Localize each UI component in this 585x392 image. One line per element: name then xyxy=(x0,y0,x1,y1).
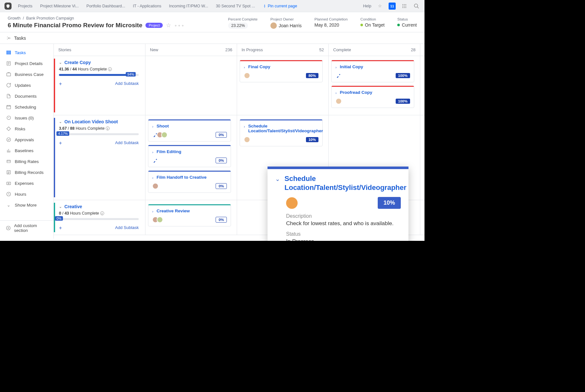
add-subtask-link[interactable]: Add Subtask xyxy=(115,140,139,146)
sidebar-item-baselines[interactable]: Baselines xyxy=(0,145,54,156)
svg-point-1 xyxy=(404,4,405,5)
column-cell: ›Shoot0%›Film Editing0%›Film Handoff to … xyxy=(145,115,237,200)
tool-icon xyxy=(335,72,342,79)
chevron-right-icon: › xyxy=(152,150,153,154)
collapse-icon[interactable] xyxy=(6,36,12,40)
pin-page-label: Pin current page xyxy=(268,4,297,8)
task-card[interactable]: ›Shoot0% xyxy=(148,119,231,142)
chevron-down-icon[interactable]: ⌄ xyxy=(59,205,62,209)
app-logo[interactable] xyxy=(4,3,12,10)
tool-icon xyxy=(152,157,159,164)
assignee-avatar[interactable] xyxy=(286,197,298,209)
sidebar-item-tasks[interactable]: Tasks xyxy=(0,47,54,58)
assignee-avatar xyxy=(244,136,250,143)
column-count: 236 xyxy=(225,47,232,52)
sidebar-item-billing-records[interactable]: Billing Records xyxy=(0,167,54,178)
sidebar-item-label: Project Details xyxy=(15,61,43,66)
owner-avatar xyxy=(270,22,277,29)
nav-tab[interactable]: Project Milestone Vi... xyxy=(40,4,79,8)
section-header: Tasks xyxy=(0,32,424,44)
sidebar-item-expenses[interactable]: Expenses xyxy=(0,178,54,189)
svg-point-20 xyxy=(8,183,9,184)
pin-page-button[interactable]: Pin current page xyxy=(263,4,297,8)
chevron-right-icon: › xyxy=(244,65,245,69)
add-subtask-link[interactable]: Add Subtask xyxy=(115,225,139,231)
task-card[interactable]: ›Film Editing0% xyxy=(148,145,231,167)
info-icon[interactable]: i xyxy=(108,67,112,71)
svg-rect-15 xyxy=(7,105,11,109)
chevron-down-icon[interactable]: ⌄ xyxy=(59,120,62,124)
card-title: Initial Copy xyxy=(340,64,363,69)
svg-point-5 xyxy=(405,5,406,6)
help-link[interactable]: Help xyxy=(363,4,371,8)
nav-tab[interactable]: Incoming IT/PMO W... xyxy=(169,4,208,8)
sidebar-add-custom[interactable]: Add custom section xyxy=(0,221,54,235)
sidebar-show-more[interactable]: ⌄ Show More xyxy=(0,200,54,210)
svg-point-0 xyxy=(402,4,403,5)
sidebar-item-issues-0-[interactable]: Issues (0) xyxy=(0,112,54,123)
breadcrumb-project[interactable]: Bank Promotion Campaign xyxy=(26,16,74,20)
card-percent: 10% xyxy=(306,137,318,142)
nav-tab[interactable]: IT - Applications xyxy=(133,4,161,8)
notifications-badge[interactable]: 11 xyxy=(389,3,396,10)
card-percent: 100% xyxy=(396,99,410,104)
add-subtask-plus[interactable]: + xyxy=(59,81,62,87)
sidebar-item-hours[interactable]: Hours xyxy=(0,189,54,200)
info-icon[interactable]: i xyxy=(106,127,110,130)
sidebar-item-billing-rates[interactable]: Billing Rates xyxy=(0,156,54,167)
breadcrumb-root[interactable]: Growth xyxy=(8,16,21,20)
chevron-down-icon[interactable]: ⌄ xyxy=(275,176,280,183)
task-card[interactable]: ›Final Copy80% xyxy=(240,60,323,82)
add-subtask-plus[interactable]: + xyxy=(59,140,62,146)
column-count: 52 xyxy=(319,47,324,52)
column-label: New xyxy=(150,47,158,52)
stat-value: Current xyxy=(402,22,417,28)
story-title[interactable]: Create Copy xyxy=(64,60,91,65)
favorite-star-icon[interactable]: ☆ xyxy=(376,3,383,10)
story-title[interactable]: Creative xyxy=(64,204,82,209)
card-percent: 0% xyxy=(216,132,227,138)
chevron-down-icon[interactable]: ⌄ xyxy=(59,61,62,65)
sidebar: TasksProject DetailsBusiness CaseUpdates… xyxy=(0,44,54,239)
breadcrumb: Growth / Bank Promotion Campaign xyxy=(8,16,185,20)
column-label: Stories xyxy=(58,47,71,52)
sidebar-item-updates[interactable]: Updates xyxy=(0,80,54,91)
stat-label: Planned Completion xyxy=(315,17,348,21)
sidebar-item-documents[interactable]: Documents xyxy=(0,91,54,102)
sidebar-item-icon xyxy=(6,137,12,143)
add-subtask-link[interactable]: Add Subtask xyxy=(115,81,139,87)
chevron-right-icon: › xyxy=(152,125,153,128)
sidebar-item-risks[interactable]: Risks xyxy=(0,123,54,134)
info-icon[interactable]: i xyxy=(100,211,104,215)
popup-description-label: Description xyxy=(286,213,401,219)
sidebar-item-scheduling[interactable]: Scheduling xyxy=(0,102,54,112)
nav-tab[interactable]: Projects xyxy=(18,4,32,8)
story-title[interactable]: On Location Video Shoot xyxy=(64,119,118,124)
task-card[interactable]: ›Initial Copy100% xyxy=(331,60,414,82)
apps-icon[interactable] xyxy=(401,3,408,10)
task-card[interactable]: ›Film Handoff to Creative0% xyxy=(148,170,231,193)
sidebar-item-project-details[interactable]: Project Details xyxy=(0,58,54,69)
sidebar-item-label: Documents xyxy=(15,94,37,99)
task-card[interactable]: ›Creative Review0% xyxy=(148,204,231,226)
sidebar-item-icon xyxy=(6,61,12,66)
nav-tab[interactable]: 30 Second TV Spot ... xyxy=(216,4,255,8)
sidebar-item-icon xyxy=(6,191,12,197)
sidebar-item-label: Updates xyxy=(15,83,31,88)
column-count: 28 xyxy=(411,47,416,52)
task-card[interactable]: ›Schedule Location/Talent/Stylist/Videog… xyxy=(240,119,323,146)
nav-tab[interactable]: Portfolio Dashboard... xyxy=(87,4,125,8)
card-title: Final Copy xyxy=(248,64,270,69)
search-icon[interactable] xyxy=(413,3,420,10)
favorite-icon[interactable]: ☆ xyxy=(166,22,171,29)
sidebar-item-approvals[interactable]: Approvals xyxy=(0,134,54,145)
more-menu-icon[interactable]: ∘∘∘ xyxy=(174,23,185,28)
task-card[interactable]: ›Proofread Copy100% xyxy=(331,86,414,108)
story-progress: 4.17% xyxy=(59,133,139,135)
stat-value: 23.22% xyxy=(228,22,248,29)
popup-status: In Progress xyxy=(286,238,401,241)
sidebar-item-business-case[interactable]: Business Case xyxy=(0,69,54,80)
column-cell: ›Final Copy80% xyxy=(237,56,329,115)
add-subtask-plus[interactable]: + xyxy=(59,225,62,231)
column-cell xyxy=(145,56,237,115)
